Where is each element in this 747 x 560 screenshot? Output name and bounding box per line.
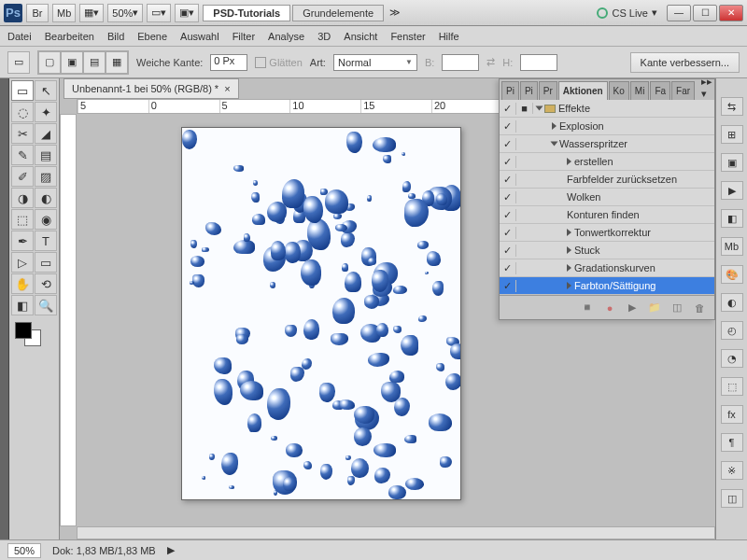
document-tab[interactable]: Unbenannt-1 bei 50% (RGB/8) *×	[63, 78, 239, 99]
rail-icon-2[interactable]: ▣	[721, 153, 743, 172]
tool-4-0[interactable]: ✐	[11, 166, 34, 187]
tool-2-1[interactable]: ◢	[35, 123, 57, 144]
menu-analyse[interactable]: Analyse	[268, 31, 304, 42]
bridge-button[interactable]: Br	[26, 4, 49, 22]
tool-10-1[interactable]: 🔍	[35, 295, 57, 315]
close-button[interactable]: ✕	[719, 5, 743, 21]
rail-icon-6[interactable]: 🎨	[721, 265, 743, 284]
document-canvas[interactable]	[181, 127, 461, 500]
newsel-icon[interactable]: ▢	[38, 51, 61, 74]
cs-live-button[interactable]: CS Live ▾	[591, 7, 663, 19]
action-toggle-checkbox[interactable]: ✓	[500, 227, 516, 239]
action-row[interactable]: ✓Farbfelder zurücksetzen	[500, 171, 714, 189]
rail-icon-12[interactable]: ¶	[721, 433, 743, 452]
disclosure-triangle-icon[interactable]	[567, 158, 571, 165]
tool-0-0[interactable]: ▭	[11, 80, 34, 101]
tool-3-0[interactable]: ✎	[11, 145, 34, 165]
menu-bild[interactable]: Bild	[107, 31, 124, 42]
tool-5-0[interactable]: ◑	[11, 188, 34, 208]
action-toggle-checkbox[interactable]: ✓	[500, 103, 516, 115]
foreground-swatch[interactable]	[15, 322, 32, 339]
menu-datei[interactable]: Datei	[7, 31, 32, 42]
panel-tab-fa[interactable]: Fa	[650, 81, 670, 100]
newaction-icon[interactable]: ◫	[669, 301, 684, 315]
tool-1-1[interactable]: ✦	[35, 102, 57, 122]
close-tab-icon[interactable]: ×	[224, 83, 230, 94]
zoom-dropdown[interactable]: 50% ▾	[107, 4, 143, 22]
tool-2-0[interactable]: ✂	[11, 123, 34, 144]
menu-hilfe[interactable]: Hilfe	[439, 31, 459, 42]
action-toggle-checkbox[interactable]: ✓	[500, 138, 516, 150]
minimize-button[interactable]: —	[667, 5, 691, 21]
panel-tab-pi[interactable]: Pi	[520, 81, 538, 100]
horizontal-scrollbar[interactable]	[77, 526, 715, 539]
menu-bearbeiten[interactable]: Bearbeiten	[45, 31, 94, 42]
rail-icon-10[interactable]: ⬚	[721, 377, 743, 396]
action-row[interactable]: ✓Stuck	[500, 242, 714, 259]
rail-icon-5[interactable]: Mb	[721, 237, 743, 256]
tool-1-0[interactable]: ◌	[11, 102, 34, 122]
disclosure-triangle-icon[interactable]	[552, 122, 557, 130]
tool-3-1[interactable]: ▤	[35, 145, 57, 165]
action-row[interactable]: ✓erstellen	[500, 153, 714, 171]
trash-icon[interactable]: 🗑	[692, 301, 707, 315]
tool-7-0[interactable]: ✒	[11, 231, 34, 251]
action-row[interactable]: ✓Wolken	[500, 189, 714, 206]
action-row[interactable]: ✓Konturen finden	[500, 206, 714, 224]
rail-icon-14[interactable]: ◫	[721, 489, 743, 508]
record-icon[interactable]: ●	[602, 301, 617, 315]
action-toggle-checkbox[interactable]: ✓	[500, 174, 516, 186]
subsel-icon[interactable]: ▤	[83, 51, 106, 74]
screenmode-button[interactable]: ▣▾	[175, 4, 199, 22]
workspace-tab-active[interactable]: PSD-Tutorials	[203, 5, 290, 21]
arrange-button[interactable]: ▭▾	[147, 4, 171, 22]
tool-6-1[interactable]: ◉	[35, 209, 57, 230]
menu-ansicht[interactable]: Ansicht	[344, 31, 377, 42]
action-row[interactable]: ✓Farbton/Sättigung	[500, 277, 714, 295]
menu-3d[interactable]: 3D	[317, 31, 331, 42]
panel-tab-mi[interactable]: Mi	[630, 81, 650, 100]
more-icon[interactable]: ≫	[386, 7, 404, 19]
action-row[interactable]: ✓Gradationskurven	[500, 259, 714, 277]
tool-0-1[interactable]: ↖	[35, 80, 57, 101]
intersel-icon[interactable]: ▦	[106, 51, 128, 74]
disclosure-triangle-icon[interactable]	[567, 264, 571, 272]
action-toggle-checkbox[interactable]: ✓	[500, 209, 516, 221]
disclosure-triangle-icon[interactable]	[536, 106, 543, 111]
tool-5-1[interactable]: ◐	[35, 188, 57, 208]
antialiasing-checkbox[interactable]	[255, 57, 266, 68]
tool-6-0[interactable]: ⬚	[11, 209, 34, 230]
action-dialog-checkbox[interactable]: ■	[516, 103, 533, 114]
action-toggle-checkbox[interactable]: ✓	[500, 120, 516, 133]
workspace-tab-inactive[interactable]: Grundelemente	[292, 5, 384, 21]
rail-icon-4[interactable]: ◧	[721, 209, 743, 228]
rail-icon-11[interactable]: fx	[721, 405, 743, 424]
menu-ebene[interactable]: Ebene	[137, 31, 167, 42]
tool-9-1[interactable]: ⟲	[35, 273, 57, 294]
disclosure-triangle-icon[interactable]	[567, 246, 571, 254]
action-row[interactable]: ✓Tonwertkorrektur	[500, 224, 714, 242]
rail-icon-0[interactable]: ⇆	[721, 97, 743, 116]
viewextras-button[interactable]: ▦▾	[79, 4, 104, 22]
status-zoom[interactable]: 50%	[7, 543, 41, 558]
menu-auswahl[interactable]: Auswahl	[180, 31, 219, 42]
menu-fenster[interactable]: Fenster	[390, 31, 425, 42]
panel-tab-far[interactable]: Far	[671, 81, 695, 100]
rail-icon-3[interactable]: ▶	[721, 181, 743, 200]
play-icon[interactable]: ▶	[625, 301, 640, 315]
action-row[interactable]: ✓Explosion	[500, 118, 714, 135]
refine-edge-button[interactable]: Kante verbessern...	[630, 52, 740, 73]
action-row[interactable]: ✓Wasserspritzer	[500, 135, 714, 153]
rail-icon-8[interactable]: ◴	[721, 321, 743, 340]
panel-tab-pr[interactable]: Pr	[539, 81, 557, 100]
rail-icon-1[interactable]: ⊞	[721, 125, 743, 144]
action-toggle-checkbox[interactable]: ✓	[500, 280, 516, 292]
stop-icon[interactable]: ◾	[580, 301, 595, 315]
maximize-button[interactable]: ☐	[693, 5, 717, 21]
disclosure-triangle-icon[interactable]	[567, 282, 571, 289]
rail-icon-13[interactable]: ※	[721, 461, 743, 480]
action-toggle-checkbox[interactable]: ✓	[500, 156, 516, 168]
status-arrow-icon[interactable]: ▶	[167, 544, 175, 556]
disclosure-triangle-icon[interactable]	[567, 229, 571, 236]
menu-filter[interactable]: Filter	[233, 31, 255, 42]
